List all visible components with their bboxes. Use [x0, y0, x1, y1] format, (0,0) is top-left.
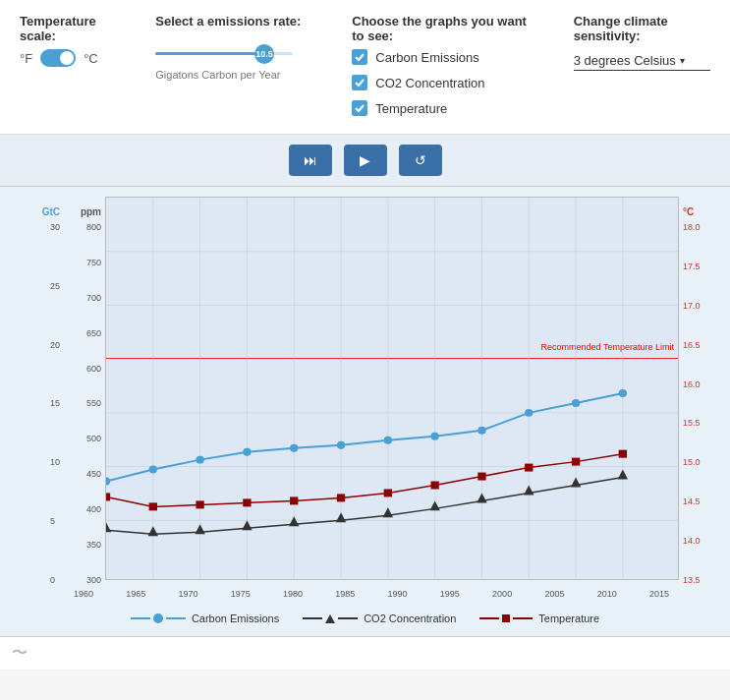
svg-rect-42 [149, 502, 157, 510]
y-mid-unit: ppm [81, 206, 101, 217]
y-right-18: 18.0 [683, 223, 701, 232]
svg-rect-46 [337, 494, 345, 501]
svg-marker-34 [336, 512, 346, 522]
y-left-15: 15 [50, 399, 60, 408]
x-2010: 2010 [588, 589, 627, 599]
svg-point-28 [619, 389, 627, 397]
svg-point-26 [525, 409, 533, 417]
controls-bar: ⏭ ▶ ↺ [0, 135, 730, 187]
skip-button[interactable]: ⏭ [289, 145, 332, 176]
wave-icon: 〜 [12, 643, 28, 664]
y-left-10: 10 [50, 458, 60, 467]
slider-unit-label: Gigatons Carbon per Year [155, 69, 312, 81]
svg-rect-44 [243, 498, 251, 506]
svg-point-27 [572, 399, 580, 407]
y-mid-550: 550 [86, 399, 101, 408]
svg-marker-37 [477, 493, 486, 502]
y-left-unit: GtC [42, 206, 60, 217]
y-right-165: 16.5 [683, 341, 701, 350]
temp-scale-section: Temperature scale: °F °C [20, 14, 116, 67]
y-mid-400: 400 [86, 505, 101, 514]
x-1960: 1960 [64, 589, 103, 599]
graphs-label: Choose the graphs you want to see: [352, 14, 533, 43]
climate-sensitivity-section: Change climate sensitivity: 3 degrees Ce… [574, 14, 710, 71]
svg-rect-51 [572, 458, 580, 466]
bottom-bar: 〜 [0, 636, 730, 670]
y-right-145: 14.5 [683, 497, 701, 506]
chevron-down-icon: ▾ [680, 55, 685, 66]
x-1980: 1980 [273, 589, 312, 599]
slider-thumb[interactable]: 10.5 [254, 44, 274, 64]
x-1990: 1990 [378, 589, 418, 599]
svg-point-17 [106, 478, 110, 486]
emissions-rate-label: Select a emissions rate: [155, 14, 312, 29]
co2-checkbox[interactable] [352, 75, 367, 90]
temperature-label: Temperature [375, 101, 447, 116]
svg-rect-45 [290, 496, 298, 504]
y-left-0: 0 [50, 576, 60, 585]
svg-point-24 [430, 433, 438, 440]
svg-rect-41 [106, 493, 110, 500]
svg-marker-35 [383, 507, 393, 517]
emissions-rate-section: Select a emissions rate: 10.5 Gigatons C… [155, 14, 312, 81]
x-2015: 2015 [640, 589, 679, 599]
svg-point-23 [384, 437, 392, 444]
chart-svg [106, 198, 678, 579]
y-mid-800: 800 [86, 223, 101, 232]
x-axis: 1960 1965 1970 1975 1980 1985 1990 1995 … [64, 585, 679, 603]
climate-sensitivity-dropdown[interactable]: 3 degrees Celsius ▾ [574, 53, 710, 71]
y-mid-600: 600 [86, 365, 101, 374]
graph-selection-section: Choose the graphs you want to see: Carbo… [352, 14, 533, 120]
y-right-155: 15.5 [683, 419, 701, 428]
legend-temperature: Temperature [479, 612, 599, 624]
x-2000: 2000 [482, 589, 522, 599]
play-button[interactable]: ▶ [344, 145, 387, 176]
svg-point-25 [477, 427, 485, 435]
y-mid-450: 450 [86, 470, 101, 479]
y-right-15: 15.0 [683, 458, 701, 467]
temperature-row: Temperature [352, 100, 533, 116]
svg-point-18 [149, 466, 157, 474]
y-mid-650: 650 [86, 329, 101, 338]
fahrenheit-label: °F [20, 51, 32, 66]
x-1985: 1985 [325, 589, 365, 599]
temp-toggle[interactable] [40, 49, 76, 67]
svg-marker-38 [524, 485, 533, 495]
slider-track: 10.5 [155, 52, 293, 55]
x-1975: 1975 [221, 589, 260, 599]
chart-area: GtC 30 25 20 15 10 5 0 ppm 800 750 700 6… [0, 187, 730, 636]
reset-button[interactable]: ↺ [399, 145, 442, 176]
svg-marker-40 [618, 470, 628, 480]
y-right-17: 17.0 [683, 302, 701, 311]
svg-marker-32 [242, 520, 252, 530]
legend-co2: CO2 Concentration [303, 612, 456, 624]
temperature-checkbox[interactable] [352, 100, 367, 116]
y-mid-300: 300 [86, 576, 101, 585]
x-1970: 1970 [169, 589, 208, 599]
svg-point-21 [290, 444, 298, 452]
carbon-emissions-row: Carbon Emissions [352, 49, 533, 65]
carbon-emissions-label: Carbon Emissions [375, 50, 479, 65]
y-right-14: 14.0 [683, 537, 701, 546]
svg-marker-36 [429, 500, 439, 510]
climate-sensitivity-value: 3 degrees Celsius [574, 53, 676, 68]
svg-point-22 [337, 441, 345, 449]
svg-rect-47 [384, 489, 392, 496]
x-1965: 1965 [116, 589, 155, 599]
svg-rect-49 [477, 473, 485, 481]
x-2005: 2005 [534, 589, 574, 599]
y-right-unit: °C [683, 206, 694, 217]
y-right-16: 16.0 [683, 380, 701, 389]
svg-marker-30 [148, 526, 158, 536]
svg-rect-43 [196, 500, 203, 508]
chart-plot: Recommended Temperature Limit [105, 197, 679, 580]
y-axis-left: GtC 30 25 20 15 10 5 0 [10, 197, 64, 585]
svg-rect-50 [525, 464, 533, 472]
temp-scale-label: Temperature scale: [20, 14, 116, 43]
chart-legend: Carbon Emissions CO2 Concentration Tempe… [10, 603, 720, 636]
carbon-emissions-checkbox[interactable] [352, 49, 367, 65]
y-axis-right: °C 18.0 17.5 17.0 16.5 16.0 15.5 15.0 14… [679, 197, 720, 585]
svg-point-20 [243, 448, 251, 456]
y-mid-350: 350 [86, 541, 101, 550]
chart-wrapper: GtC 30 25 20 15 10 5 0 ppm 800 750 700 6… [10, 197, 720, 585]
